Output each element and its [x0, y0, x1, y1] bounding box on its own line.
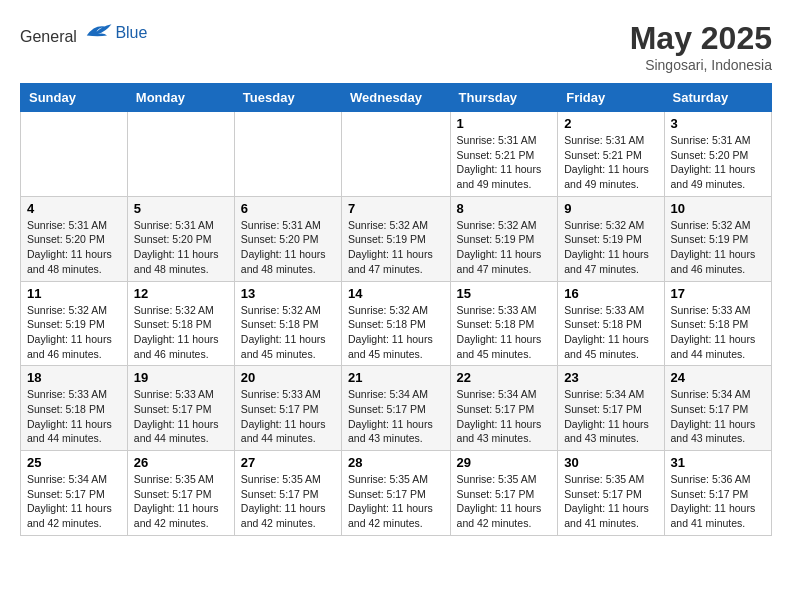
- calendar-table: Sunday Monday Tuesday Wednesday Thursday…: [20, 83, 772, 536]
- day-number: 28: [348, 455, 444, 470]
- table-row: 6Sunrise: 5:31 AM Sunset: 5:20 PM Daylig…: [234, 196, 341, 281]
- table-row: 4Sunrise: 5:31 AM Sunset: 5:20 PM Daylig…: [21, 196, 128, 281]
- table-row: 5Sunrise: 5:31 AM Sunset: 5:20 PM Daylig…: [127, 196, 234, 281]
- day-info: Sunrise: 5:33 AM Sunset: 5:18 PM Dayligh…: [457, 303, 552, 362]
- month-title: May 2025: [630, 20, 772, 57]
- day-info: Sunrise: 5:35 AM Sunset: 5:17 PM Dayligh…: [457, 472, 552, 531]
- day-number: 24: [671, 370, 765, 385]
- day-info: Sunrise: 5:35 AM Sunset: 5:17 PM Dayligh…: [564, 472, 657, 531]
- table-row: 11Sunrise: 5:32 AM Sunset: 5:19 PM Dayli…: [21, 281, 128, 366]
- title-section: May 2025 Singosari, Indonesia: [630, 20, 772, 73]
- col-tuesday: Tuesday: [234, 84, 341, 112]
- day-number: 21: [348, 370, 444, 385]
- day-number: 12: [134, 286, 228, 301]
- col-sunday: Sunday: [21, 84, 128, 112]
- day-number: 14: [348, 286, 444, 301]
- day-number: 4: [27, 201, 121, 216]
- table-row: 31Sunrise: 5:36 AM Sunset: 5:17 PM Dayli…: [664, 451, 771, 536]
- logo: General Blue: [20, 20, 147, 46]
- day-number: 30: [564, 455, 657, 470]
- day-number: 2: [564, 116, 657, 131]
- day-number: 20: [241, 370, 335, 385]
- day-info: Sunrise: 5:32 AM Sunset: 5:19 PM Dayligh…: [27, 303, 121, 362]
- day-info: Sunrise: 5:34 AM Sunset: 5:17 PM Dayligh…: [564, 387, 657, 446]
- day-number: 1: [457, 116, 552, 131]
- col-friday: Friday: [558, 84, 664, 112]
- calendar-header-row: Sunday Monday Tuesday Wednesday Thursday…: [21, 84, 772, 112]
- table-row: 29Sunrise: 5:35 AM Sunset: 5:17 PM Dayli…: [450, 451, 558, 536]
- table-row: 1Sunrise: 5:31 AM Sunset: 5:21 PM Daylig…: [450, 112, 558, 197]
- day-info: Sunrise: 5:33 AM Sunset: 5:17 PM Dayligh…: [241, 387, 335, 446]
- logo-general-text: General: [20, 28, 77, 45]
- table-row: 14Sunrise: 5:32 AM Sunset: 5:18 PM Dayli…: [342, 281, 451, 366]
- table-row: [234, 112, 341, 197]
- day-info: Sunrise: 5:31 AM Sunset: 5:20 PM Dayligh…: [671, 133, 765, 192]
- day-info: Sunrise: 5:31 AM Sunset: 5:20 PM Dayligh…: [241, 218, 335, 277]
- location-subtitle: Singosari, Indonesia: [630, 57, 772, 73]
- table-row: 25Sunrise: 5:34 AM Sunset: 5:17 PM Dayli…: [21, 451, 128, 536]
- day-number: 25: [27, 455, 121, 470]
- table-row: 9Sunrise: 5:32 AM Sunset: 5:19 PM Daylig…: [558, 196, 664, 281]
- day-info: Sunrise: 5:34 AM Sunset: 5:17 PM Dayligh…: [348, 387, 444, 446]
- col-saturday: Saturday: [664, 84, 771, 112]
- table-row: 15Sunrise: 5:33 AM Sunset: 5:18 PM Dayli…: [450, 281, 558, 366]
- day-number: 9: [564, 201, 657, 216]
- day-info: Sunrise: 5:34 AM Sunset: 5:17 PM Dayligh…: [27, 472, 121, 531]
- day-number: 15: [457, 286, 552, 301]
- table-row: 16Sunrise: 5:33 AM Sunset: 5:18 PM Dayli…: [558, 281, 664, 366]
- day-info: Sunrise: 5:32 AM Sunset: 5:19 PM Dayligh…: [457, 218, 552, 277]
- day-number: 8: [457, 201, 552, 216]
- day-info: Sunrise: 5:36 AM Sunset: 5:17 PM Dayligh…: [671, 472, 765, 531]
- day-number: 19: [134, 370, 228, 385]
- table-row: 21Sunrise: 5:34 AM Sunset: 5:17 PM Dayli…: [342, 366, 451, 451]
- day-info: Sunrise: 5:32 AM Sunset: 5:19 PM Dayligh…: [564, 218, 657, 277]
- table-row: 20Sunrise: 5:33 AM Sunset: 5:17 PM Dayli…: [234, 366, 341, 451]
- table-row: 2Sunrise: 5:31 AM Sunset: 5:21 PM Daylig…: [558, 112, 664, 197]
- day-info: Sunrise: 5:31 AM Sunset: 5:21 PM Dayligh…: [457, 133, 552, 192]
- day-number: 3: [671, 116, 765, 131]
- day-number: 5: [134, 201, 228, 216]
- table-row: 10Sunrise: 5:32 AM Sunset: 5:19 PM Dayli…: [664, 196, 771, 281]
- day-info: Sunrise: 5:32 AM Sunset: 5:18 PM Dayligh…: [134, 303, 228, 362]
- day-info: Sunrise: 5:33 AM Sunset: 5:18 PM Dayligh…: [564, 303, 657, 362]
- table-row: 24Sunrise: 5:34 AM Sunset: 5:17 PM Dayli…: [664, 366, 771, 451]
- table-row: 30Sunrise: 5:35 AM Sunset: 5:17 PM Dayli…: [558, 451, 664, 536]
- table-row: 26Sunrise: 5:35 AM Sunset: 5:17 PM Dayli…: [127, 451, 234, 536]
- day-number: 7: [348, 201, 444, 216]
- table-row: 8Sunrise: 5:32 AM Sunset: 5:19 PM Daylig…: [450, 196, 558, 281]
- table-row: 22Sunrise: 5:34 AM Sunset: 5:17 PM Dayli…: [450, 366, 558, 451]
- day-number: 23: [564, 370, 657, 385]
- table-row: 23Sunrise: 5:34 AM Sunset: 5:17 PM Dayli…: [558, 366, 664, 451]
- day-info: Sunrise: 5:35 AM Sunset: 5:17 PM Dayligh…: [241, 472, 335, 531]
- col-thursday: Thursday: [450, 84, 558, 112]
- table-row: 12Sunrise: 5:32 AM Sunset: 5:18 PM Dayli…: [127, 281, 234, 366]
- day-number: 10: [671, 201, 765, 216]
- day-info: Sunrise: 5:31 AM Sunset: 5:21 PM Dayligh…: [564, 133, 657, 192]
- logo-blue-text: Blue: [115, 24, 147, 41]
- table-row: 19Sunrise: 5:33 AM Sunset: 5:17 PM Dayli…: [127, 366, 234, 451]
- table-row: [21, 112, 128, 197]
- day-number: 16: [564, 286, 657, 301]
- day-info: Sunrise: 5:32 AM Sunset: 5:18 PM Dayligh…: [241, 303, 335, 362]
- day-info: Sunrise: 5:31 AM Sunset: 5:20 PM Dayligh…: [27, 218, 121, 277]
- day-info: Sunrise: 5:34 AM Sunset: 5:17 PM Dayligh…: [457, 387, 552, 446]
- day-info: Sunrise: 5:34 AM Sunset: 5:17 PM Dayligh…: [671, 387, 765, 446]
- day-info: Sunrise: 5:31 AM Sunset: 5:20 PM Dayligh…: [134, 218, 228, 277]
- day-number: 29: [457, 455, 552, 470]
- day-info: Sunrise: 5:33 AM Sunset: 5:17 PM Dayligh…: [134, 387, 228, 446]
- table-row: 7Sunrise: 5:32 AM Sunset: 5:19 PM Daylig…: [342, 196, 451, 281]
- day-info: Sunrise: 5:35 AM Sunset: 5:17 PM Dayligh…: [348, 472, 444, 531]
- day-info: Sunrise: 5:33 AM Sunset: 5:18 PM Dayligh…: [671, 303, 765, 362]
- day-number: 26: [134, 455, 228, 470]
- day-number: 13: [241, 286, 335, 301]
- table-row: [342, 112, 451, 197]
- table-row: [127, 112, 234, 197]
- day-number: 31: [671, 455, 765, 470]
- day-info: Sunrise: 5:35 AM Sunset: 5:17 PM Dayligh…: [134, 472, 228, 531]
- day-info: Sunrise: 5:32 AM Sunset: 5:19 PM Dayligh…: [671, 218, 765, 277]
- day-info: Sunrise: 5:32 AM Sunset: 5:18 PM Dayligh…: [348, 303, 444, 362]
- day-number: 27: [241, 455, 335, 470]
- table-row: 27Sunrise: 5:35 AM Sunset: 5:17 PM Dayli…: [234, 451, 341, 536]
- day-number: 22: [457, 370, 552, 385]
- day-number: 17: [671, 286, 765, 301]
